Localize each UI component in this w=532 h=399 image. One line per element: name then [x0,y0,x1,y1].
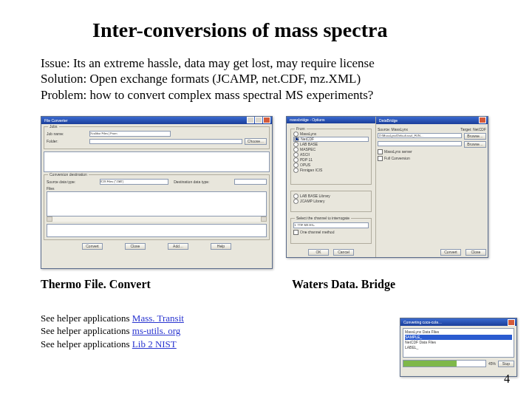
from-opt-labbase[interactable]: LAB BASE [293,142,369,147]
files-list[interactable] [47,191,267,216]
thermo-window-title: File Converter [44,118,67,123]
convert-button[interactable]: Convert [82,243,103,250]
files-list-2[interactable] [47,224,267,237]
databridge-titlebar: DataBridge [376,117,488,124]
link-lib2nist[interactable]: Lib 2 NIST [132,338,177,349]
from-more-jcamp-lib[interactable]: JCAMP Library [293,199,369,204]
add-button[interactable]: Add… [168,243,188,250]
db-full-conversion-check[interactable]: Full Conversion [378,156,486,161]
mbo-cancel-button[interactable]: Cancel [333,249,354,256]
page-number: 4 [504,372,510,386]
jobname-label: Job name: [47,132,87,136]
databridge-pane: DataBridge Source: MassLynx Target: NetC… [376,117,488,257]
source-type-label: Source data type: [47,180,98,184]
thermo-buttons: Convert Close Add… Help [41,243,272,250]
from-label: From [295,126,307,131]
from-opt-pdp11[interactable]: PDP 11 [293,157,369,163]
files-hscroll[interactable] [47,216,267,222]
progress-dialog: Converting coca-cola… MassLynx Data File… [400,318,517,377]
progress-titlebar: Converting coca-cola… [400,318,516,326]
thermo-titlebar: File Converter [41,117,272,124]
from-opt-maspec[interactable]: MASPEC [293,147,369,152]
db-close-button[interactable]: Close [466,249,486,256]
from-opt-masslynx[interactable]: MassLynx [293,132,369,137]
problem-line: Problem: how to convert complex mass spe… [41,87,491,103]
massbridge-left-pane: massbridge - Options From MassLynx NetCD… [287,117,376,257]
channel-select[interactable]: 1: TOF MS ES+ [293,222,369,228]
progress-close-icon[interactable] [508,319,515,326]
from-group: From MassLynx NetCDF LAB BASE MASPEC ASC… [290,129,372,185]
caption-thermo: Thermo File. Convert [41,278,292,291]
mbo-ok-button[interactable]: OK [308,249,329,256]
issue-line: Issue: Its an extreme hassle, data may g… [41,55,491,71]
db-source-input[interactable]: D:\MassLynx\Default.raw\_FUN… [378,133,462,138]
from-more-labbase-lib[interactable]: LAB BASE Library [293,194,369,199]
dest-group-label: Conversion destination [48,172,89,177]
caption-waters: Waters Data. Bridge [292,278,395,291]
caption-row: Thermo File. Convert Waters Data. Bridge [41,278,491,291]
thermo-dialog: File Converter Jobs Job name: Xcalibur F… [41,116,273,269]
massbridge-titlebar: massbridge - Options [287,117,375,123]
link-msutils[interactable]: ms-utils. org [132,325,181,336]
progress-row-2: NetCDF Data Files [405,340,436,344]
solution-line: Solution: Open exchange formats (JCAMP, … [41,71,491,86]
massbridge-window-title: massbridge - Options [290,117,325,122]
db-target-label: Target: NetCDF [460,127,486,132]
from-opt-ascii[interactable]: ASCII [293,152,369,157]
progress-row-0: MassLynx Data Files [405,330,439,334]
files-label: Files [47,186,267,191]
folder-input[interactable] [89,139,242,144]
db-source-label: Source: MassLynx [378,127,408,132]
progress-row-1: SAMPLE_ [405,335,512,340]
dest-type-select[interactable] [234,179,267,185]
channel-group-label: Select the channel to interrogate [295,216,351,220]
from-opt-netcdf[interactable]: NetCDF [293,137,369,142]
help-button[interactable]: Help [211,243,231,250]
channel-group: Select the channel to interrogate 1: TOF… [290,218,372,244]
one-channel-check[interactable]: One channel method [293,230,369,235]
choose-button[interactable]: Choose… [245,138,267,145]
from-opt-opus[interactable]: OPUS [293,163,369,168]
jobs-group-label: Jobs [48,124,59,129]
progress-list: MassLynx Data Files SAMPLE_ NetCDF Data … [403,328,514,358]
progress-stop-button[interactable]: Stop [498,361,514,367]
folder-label: Folder: [47,139,87,143]
from-opt-icis[interactable]: Finnigan ICIS [293,168,369,173]
db-close-icon[interactable] [479,117,486,123]
from-more-group: LAB BASE Library JCAMP Library [290,191,372,212]
minimize-icon[interactable] [247,117,254,123]
slide-title: Inter-conversions of mass spectra [92,18,491,42]
progress-window-title: Converting coca-cola… [403,320,442,324]
progress-pct: 45% [488,361,496,366]
jobname-select[interactable]: Xcalibur Files | From [89,131,171,137]
db-convert-button[interactable]: Convert [440,249,461,256]
databridge-window-title: DataBridge [379,118,398,123]
dest-type-label: Destination data type: [174,180,232,184]
close-button[interactable]: Close [125,243,146,250]
massbridge-dialog: massbridge - Options From MassLynx NetCD… [286,116,488,258]
jobs-group: Jobs Job name: Xcalibur Files | From Fol… [44,126,270,149]
body-text: Issue: Its an extreme hassle, data may g… [41,55,491,103]
db-target-input[interactable] [378,141,462,146]
source-type-select[interactable]: ICIS Files (*.DAT) [100,179,168,185]
maximize-icon[interactable] [255,117,262,123]
close-icon[interactable] [263,117,270,123]
progress-row-3: LABEL_ [405,345,418,349]
db-browse-1-button[interactable]: Browse… [464,133,486,140]
db-browse-2-button[interactable]: Browse… [464,141,486,148]
link-masstransit[interactable]: Mass. Transit [132,313,184,324]
mid-list[interactable] [44,151,270,172]
db-masslynx-server-check[interactable]: MassLynx server [378,149,486,154]
progress-bar [403,360,486,367]
dest-group: Conversion destination Source data type:… [44,174,270,240]
